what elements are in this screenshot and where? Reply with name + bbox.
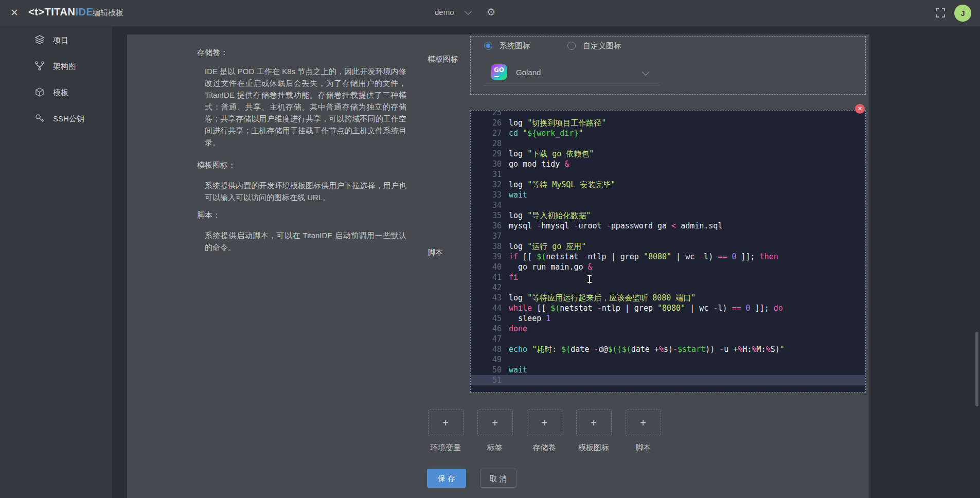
project-selector[interactable]: demo — [435, 8, 471, 16]
line-number: 38 — [471, 241, 502, 252]
radio-label[interactable]: 自定义图标 — [583, 41, 621, 51]
doc-heading: 脚本： — [197, 210, 406, 220]
add-button[interactable]: + — [527, 410, 562, 436]
line-number: 45 — [471, 313, 502, 324]
chevron-down-icon — [464, 8, 471, 15]
cancel-button[interactable]: 取 消 — [480, 469, 516, 488]
code-line: 35log "导入初始化数据" — [471, 210, 865, 221]
close-icon[interactable]: ✕ — [8, 7, 21, 19]
save-button[interactable]: 保 存 — [427, 469, 466, 488]
line-number: 47 — [471, 334, 502, 344]
add-button-label: 标签 — [474, 443, 515, 453]
app-logo: <t>TITANIDE — [28, 6, 93, 18]
plus-icon: + — [541, 417, 547, 429]
text-cursor-icon — [587, 275, 592, 284]
add-button-label: 模板图标 — [573, 443, 614, 453]
code-line: 50wait — [471, 365, 865, 375]
line-number: 30 — [471, 159, 502, 169]
line-number: 41 — [471, 272, 502, 282]
line-number: 44 — [471, 303, 502, 313]
add-button[interactable]: + — [477, 410, 513, 436]
code-line: 46done — [471, 324, 865, 334]
line-number: 33 — [471, 190, 502, 200]
code-line: 33wait — [471, 190, 865, 200]
add-button[interactable]: + — [428, 410, 464, 436]
line-number: 27 — [471, 128, 502, 138]
code-line: 42 — [471, 282, 865, 293]
line-number: 28 — [471, 138, 502, 149]
code-line: 31 — [471, 169, 865, 180]
code-line: 40 go run main.go & — [471, 262, 865, 272]
topbar: ✕ <t>TITANIDE 编辑模板 demo ⚙ J — [0, 0, 980, 26]
radio-label[interactable]: 系统图标 — [500, 41, 530, 51]
line-number: 25 — [471, 110, 502, 118]
script-editor[interactable]: 2526log "切换到项目工作路径"27cd "${work_dir}"282… — [470, 110, 866, 393]
cube-icon — [34, 87, 45, 99]
icon-field-label: 模板图标 — [427, 55, 458, 64]
doc-paragraph: 系统提供启动脚本，可以在 TitanIDE 启动前调用一些默认的命令。 — [197, 229, 406, 253]
fullscreen-icon[interactable] — [936, 8, 945, 17]
line-number: 51 — [471, 375, 502, 385]
add-group: +模板图标 — [573, 410, 614, 453]
code-line: 30go mod tidy & — [471, 159, 865, 169]
code-line: 47 — [471, 334, 865, 344]
code-line: 48echo "耗时: $(date -d@$(($(date +%s)-$st… — [471, 344, 865, 354]
code-line: 38log "运行 go 应用" — [471, 241, 865, 252]
icon-select-value: Goland — [516, 68, 541, 77]
code-line: 39if [[ $(netstat -ntlp | grep "8080" | … — [471, 252, 865, 262]
code-line: 43log "等待应用运行起来后，应该会监听 8080 端口" — [471, 293, 865, 303]
line-number: 48 — [471, 344, 502, 354]
plus-icon: + — [442, 417, 449, 429]
code-line: 44while [[ $(netstat -ntlp | grep "8080"… — [471, 303, 865, 313]
add-button-label: 脚本 — [622, 443, 664, 453]
code-line: 32log "等待 MySQL 安装完毕" — [471, 180, 865, 190]
code-line: 28 — [471, 138, 865, 149]
edit-template-panel: 存储卷：IDE 是以 POD 工作在 K8s 节点之上的，因此开发环境内修改过文… — [127, 34, 869, 498]
sidebar-item-4[interactable]: SSH公钥 — [0, 110, 112, 128]
documentation: 存储卷：IDE 是以 POD 工作在 K8s 节点之上的，因此开发环境内修改过文… — [197, 48, 406, 253]
line-number: 40 — [471, 262, 502, 272]
page-title: 编辑模板 — [93, 8, 123, 18]
doc-heading: 存储卷： — [197, 48, 406, 58]
add-button[interactable]: + — [576, 410, 612, 436]
code-line: 27cd "${work_dir}" — [471, 128, 865, 138]
page-scrollbar[interactable] — [975, 332, 978, 406]
icon-type-radio-group: 系统图标自定义图标 — [484, 41, 621, 50]
add-group: +标签 — [474, 410, 515, 453]
line-number: 46 — [471, 324, 502, 334]
code-line: 36mysql -hmysql -uroot -ppassword ga < a… — [471, 221, 865, 231]
sidebar: 项目架构图模板SSH公钥 — [0, 26, 112, 498]
line-number: 29 — [471, 149, 502, 159]
radio-selected[interactable] — [484, 42, 492, 50]
sidebar-item-1[interactable]: 项目 — [0, 31, 112, 49]
add-button-label: 环境变量 — [425, 443, 466, 453]
sidebar-item-2[interactable]: 架构图 — [0, 58, 112, 75]
script-field-label: 脚本 — [427, 248, 443, 258]
line-number: 43 — [471, 293, 502, 303]
goland-icon: GO — [491, 64, 507, 80]
avatar[interactable]: J — [954, 5, 971, 22]
code-lines: 2526log "切换到项目工作路径"27cd "${work_dir}"282… — [471, 110, 865, 385]
sidebar-item-label: 项目 — [53, 35, 68, 45]
icon-select[interactable]: GO Goland — [484, 59, 660, 85]
line-number: 42 — [471, 282, 502, 293]
line-number: 49 — [471, 354, 502, 365]
chevron-down-icon — [642, 68, 649, 76]
add-group: +环境变量 — [425, 410, 466, 453]
add-button[interactable]: + — [626, 410, 661, 436]
gear-icon[interactable]: ⚙ — [487, 6, 495, 18]
line-number: 32 — [471, 180, 502, 190]
remove-script-button[interactable]: ✕ — [855, 104, 865, 114]
code-line: 49 — [471, 354, 865, 365]
sidebar-item-label: 模板 — [53, 88, 68, 98]
radio-unselected[interactable] — [567, 42, 576, 50]
line-number: 31 — [471, 169, 502, 180]
code-line: 45 sleep 1 — [471, 313, 865, 324]
add-group: +脚本 — [622, 410, 664, 453]
plus-icon: + — [640, 417, 646, 429]
add-button-label: 存储卷 — [524, 443, 565, 453]
code-line: 26log "切换到项目工作路径" — [471, 118, 865, 128]
key-icon — [34, 113, 45, 125]
line-number: 36 — [471, 221, 502, 231]
sidebar-item-3[interactable]: 模板 — [0, 84, 112, 101]
